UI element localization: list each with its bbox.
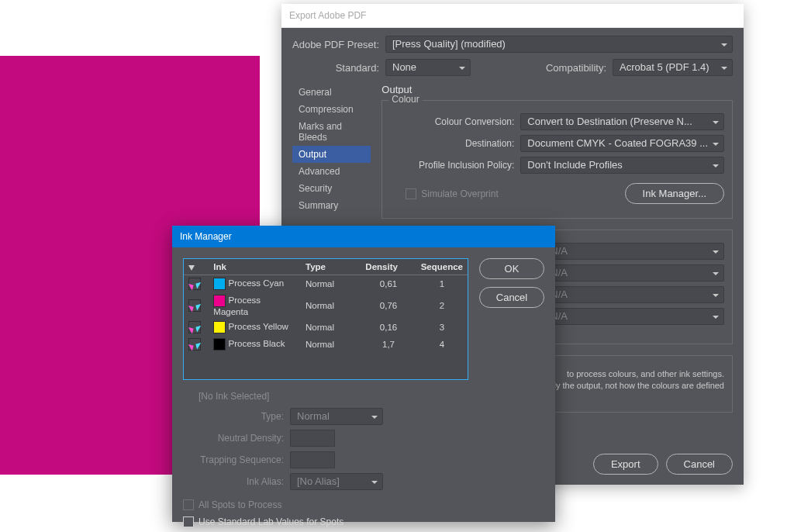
col-sequence[interactable]: Sequence <box>416 259 468 275</box>
ink-swatch <box>213 338 226 351</box>
all-spots-option[interactable]: All Spots to Process <box>183 499 544 510</box>
trapping-sequence-field <box>290 451 335 468</box>
colour-conversion-select[interactable]: Convert to Destination (Preserve N... <box>520 113 724 130</box>
ink-cancel-button[interactable]: Cancel <box>479 287 544 308</box>
pdfx-field-4: N/A <box>544 308 724 325</box>
preset-label: Adobe PDF Preset: <box>292 39 385 50</box>
ink-sequence-cell: 2 <box>416 292 468 319</box>
ink-angle-icon <box>188 338 201 351</box>
pdfx-field-1: N/A <box>544 243 724 260</box>
sidebar-item-marks-and-bleeds[interactable]: Marks and Bleeds <box>292 118 371 146</box>
ink-type-cell: Normal <box>301 275 361 293</box>
colour-group: Colour Colour Conversion: Convert to Des… <box>381 100 733 219</box>
neutral-density-field <box>290 430 335 447</box>
simulate-overprint-label: Simulate Overprint <box>421 188 498 199</box>
simulate-overprint-checkbox <box>406 188 416 199</box>
profile-inclusion-label: Profile Inclusion Policy: <box>390 160 520 171</box>
colour-conversion-label: Colour Conversion: <box>390 116 520 127</box>
no-ink-selected-label: [No Ink Selected] <box>183 391 544 402</box>
ink-alias-label: Ink Alias: <box>183 476 290 487</box>
standard-select[interactable]: None <box>385 59 471 76</box>
ink-density-cell: 0,76 <box>361 292 416 319</box>
ink-type-cell: Normal <box>301 336 361 353</box>
ink-angle-icon <box>188 299 201 312</box>
ink-manager-dialog: Ink Manager Ink Type Density Sequence Pr… <box>172 226 555 522</box>
sidebar-item-compression[interactable]: Compression <box>292 101 371 118</box>
ink-manager-button[interactable]: Ink Manager... <box>625 183 724 204</box>
ink-sequence-cell: 1 <box>416 275 468 293</box>
ink-angle-icon <box>188 321 201 333</box>
ink-type-select[interactable]: Normal <box>290 408 383 425</box>
standard-label: Standard: <box>292 62 385 74</box>
col-ink[interactable]: Ink <box>209 259 301 275</box>
ink-swatch <box>213 321 226 333</box>
ink-sequence-cell: 3 <box>416 319 468 336</box>
col-type[interactable]: Type <box>301 259 361 275</box>
destination-select[interactable]: Document CMYK - Coated FOGRA39 ... <box>520 135 724 152</box>
all-spots-label: All Spots to Process <box>198 499 281 510</box>
pdfx-field-3: N/A <box>544 286 724 303</box>
profile-inclusion-select[interactable]: Don't Include Profiles <box>520 157 724 174</box>
sidebar-item-output[interactable]: Output <box>292 146 371 163</box>
ink-density-cell: 0,61 <box>361 275 416 293</box>
sidebar-item-security[interactable]: Security <box>292 180 371 197</box>
ink-ok-button[interactable]: OK <box>479 258 544 279</box>
trapping-sequence-label: Trapping Sequence: <box>183 454 290 465</box>
ink-table-row[interactable]: Process CyanNormal0,611 <box>184 275 468 293</box>
destination-label: Destination: <box>390 138 520 149</box>
sidebar-item-summary[interactable]: Summary <box>292 197 371 214</box>
ink-alias-select[interactable]: [No Alias] <box>290 473 383 490</box>
ink-table-row[interactable]: Process YellowNormal0,163 <box>184 319 468 336</box>
ink-name: Process Black <box>229 339 285 348</box>
ink-swatch <box>213 278 226 290</box>
preset-select[interactable]: [Press Quality] (modified) <box>385 36 733 53</box>
export-button[interactable]: Export <box>593 454 658 475</box>
output-heading: Output <box>381 84 733 95</box>
neutral-density-label: Neutral Density: <box>183 433 290 444</box>
ink-type-label: Type: <box>183 411 290 422</box>
ink-density-cell: 0,16 <box>361 319 416 336</box>
compat-label: Compatibility: <box>546 62 613 74</box>
ink-name: Process Yellow <box>229 322 288 331</box>
sidebar-item-advanced[interactable]: Advanced <box>292 163 371 180</box>
ink-table-row[interactable]: Process BlackNormal1,74 <box>184 336 468 353</box>
use-lab-option[interactable]: Use Standard Lab Values for Spots <box>183 516 544 527</box>
ink-type-cell: Normal <box>301 319 361 336</box>
export-pdf-title: Export Adobe PDF <box>281 4 744 28</box>
use-lab-label: Use Standard Lab Values for Spots <box>198 516 343 527</box>
cancel-button[interactable]: Cancel <box>666 454 733 475</box>
ink-swatch <box>213 295 226 307</box>
ink-droplet-icon <box>188 265 195 271</box>
compat-select[interactable]: Acrobat 5 (PDF 1.4) <box>613 59 733 76</box>
ink-table-row[interactable]: Process MagentaNormal0,762 <box>184 292 468 319</box>
ink-angle-icon <box>188 278 201 290</box>
ink-density-cell: 1,7 <box>361 336 416 353</box>
ink-type-cell: Normal <box>301 292 361 319</box>
ink-manager-title: Ink Manager <box>172 226 555 247</box>
sidebar-item-general[interactable]: General <box>292 84 371 101</box>
ink-table[interactable]: Ink Type Density Sequence Process CyanNo… <box>183 258 468 380</box>
ink-name: Process Cyan <box>229 278 285 288</box>
use-lab-checkbox[interactable] <box>183 516 194 527</box>
colour-legend: Colour <box>388 94 422 105</box>
pdfx-field-2: N/A <box>544 264 724 282</box>
ink-sequence-cell: 4 <box>416 336 468 353</box>
col-density[interactable]: Density <box>361 259 416 275</box>
all-spots-checkbox[interactable] <box>183 499 194 510</box>
